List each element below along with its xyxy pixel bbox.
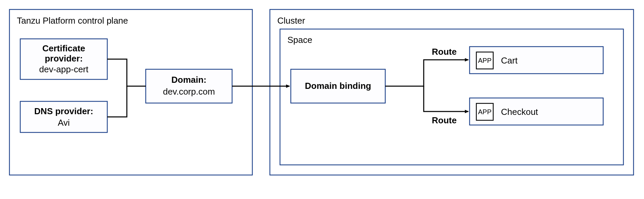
app-badge-checkout: APP bbox=[478, 108, 492, 116]
dns-provider-node: DNS provider: Avi bbox=[20, 101, 107, 132]
space-title: Space bbox=[287, 35, 312, 45]
control-plane-container: Tanzu Platform control plane Certificate… bbox=[9, 9, 252, 175]
dns-provider-value: Avi bbox=[58, 118, 70, 128]
cert-provider-label-2: provider: bbox=[45, 53, 83, 64]
cert-provider-label-1: Certificate bbox=[42, 43, 85, 53]
domain-value: dev.corp.com bbox=[163, 86, 215, 97]
route-label-bottom: Route bbox=[432, 115, 457, 125]
app-badge-cart: APP bbox=[478, 57, 492, 64]
cluster-title: Cluster bbox=[277, 16, 305, 26]
route-label-top: Route bbox=[432, 47, 457, 57]
domain-binding-node: Domain binding bbox=[291, 69, 385, 103]
cluster-container: Cluster Space Domain binding APP Cart AP bbox=[270, 9, 634, 175]
domain-label: Domain: bbox=[171, 75, 206, 85]
app-cart-node: APP Cart bbox=[470, 47, 603, 74]
control-plane-title: Tanzu Platform control plane bbox=[17, 16, 128, 26]
domain-binding-label: Domain binding bbox=[305, 81, 371, 91]
dns-provider-label: DNS provider: bbox=[34, 106, 93, 116]
cert-provider-value: dev-app-cert bbox=[39, 64, 89, 74]
svg-rect-2 bbox=[146, 69, 232, 103]
app-cart-label: Cart bbox=[501, 55, 518, 66]
domain-node: Domain: dev.corp.com bbox=[146, 69, 232, 103]
cert-provider-node: Certificate provider: dev-app-cert bbox=[20, 39, 107, 79]
space-container: Space Domain binding APP Cart APP Checko… bbox=[280, 29, 623, 165]
app-checkout-label: Checkout bbox=[501, 107, 538, 117]
app-checkout-node: APP Checkout bbox=[470, 98, 603, 125]
